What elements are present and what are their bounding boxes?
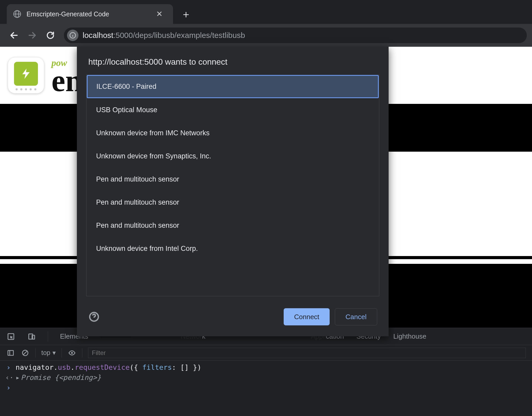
console-sidebar-toggle-icon[interactable] — [6, 348, 15, 357]
help-icon[interactable] — [88, 311, 100, 323]
site-info-icon[interactable] — [67, 30, 78, 41]
devtools-panel: Elements Network Application Security Li… — [0, 328, 532, 416]
inspect-element-icon[interactable] — [6, 332, 16, 341]
tab-title: Emscripten-Generated Code — [26, 10, 148, 18]
back-button[interactable] — [7, 28, 21, 43]
device-item[interactable]: USB Optical Mouse — [87, 98, 379, 122]
device-item[interactable]: Pen and multitouch sensor — [87, 168, 379, 191]
console-input-line: › navigator.usb.requestDevice({ filters:… — [0, 362, 532, 372]
console-filter-input[interactable] — [88, 348, 526, 358]
tab-strip: Emscripten-Generated Code ✕ ＋ — [0, 0, 532, 24]
device-item[interactable]: Unknown device from Synaptics, Inc. — [87, 145, 379, 168]
url-text: localhost:5000/deps/libusb/examples/test… — [83, 31, 245, 40]
reload-button[interactable] — [43, 28, 58, 43]
svg-rect-11 — [8, 350, 14, 355]
console-toolbar: top▾ — [0, 345, 532, 361]
globe-icon — [13, 10, 21, 18]
svg-line-14 — [23, 351, 27, 355]
console-output[interactable]: › navigator.usb.requestDevice({ filters:… — [0, 361, 532, 416]
svg-rect-10 — [32, 335, 35, 339]
live-expression-icon[interactable] — [68, 348, 76, 357]
device-item[interactable]: Pen and multitouch sensor — [87, 191, 379, 214]
device-list[interactable]: ILCE-6600 - PairedUSB Optical MouseUnkno… — [86, 75, 379, 296]
dialog-title: http://localhost:5000 wants to connect — [77, 47, 389, 75]
dialog-footer: Connect Cancel — [77, 296, 389, 330]
new-tab-button[interactable]: ＋ — [179, 7, 193, 21]
clear-console-icon[interactable] — [21, 348, 30, 357]
forward-button[interactable] — [25, 28, 39, 43]
svg-point-15 — [71, 352, 73, 354]
device-item[interactable]: Pen and multitouch sensor — [87, 214, 379, 237]
usb-permission-dialog: http://localhost:5000 wants to connect I… — [77, 47, 389, 336]
device-item[interactable]: Unknown device from Intel Corp. — [87, 237, 379, 260]
device-toolbar-icon[interactable] — [27, 332, 36, 341]
console-prompt[interactable]: › — [0, 383, 532, 393]
close-tab-button[interactable]: ✕ — [154, 9, 165, 19]
context-selector[interactable]: top▾ — [41, 349, 56, 357]
connect-button[interactable]: Connect — [284, 308, 330, 325]
device-item[interactable]: ILCE-6600 - Paired — [87, 75, 379, 98]
cancel-button[interactable]: Cancel — [335, 308, 377, 325]
devtools-tab-lighthouse[interactable]: Lighthouse — [393, 331, 427, 341]
browser-tab[interactable]: Emscripten-Generated Code ✕ — [7, 4, 173, 24]
console-output-line: ‹· ▸Promise {<pending>} — [0, 372, 532, 383]
address-bar[interactable]: localhost:5000/deps/libusb/examples/test… — [64, 28, 527, 43]
browser-toolbar: localhost:5000/deps/libusb/examples/test… — [0, 24, 532, 47]
device-item[interactable]: Unknown device from IMC Networks — [87, 122, 379, 145]
emscripten-logo-icon — [8, 57, 44, 93]
